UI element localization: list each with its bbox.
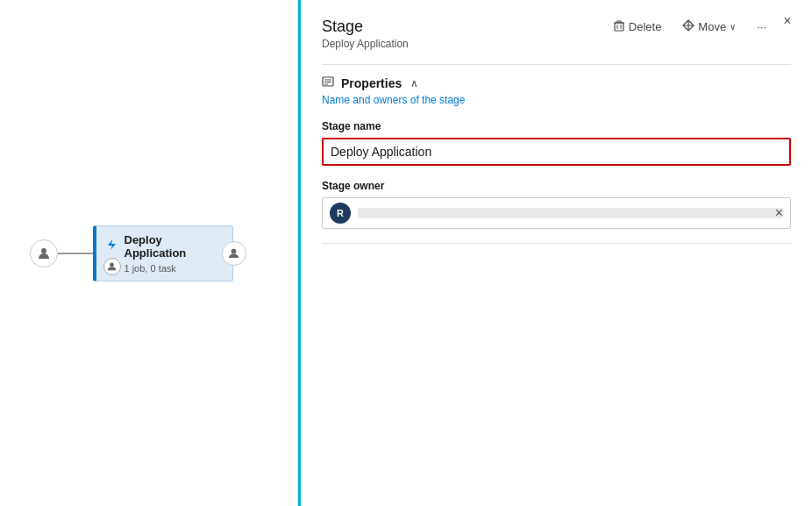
pipeline-diagram: Deploy Application 1 job, 0 task: [30, 225, 233, 282]
section-header: Properties ∧: [322, 75, 791, 90]
stage-owner-label: Stage owner: [322, 180, 791, 192]
svg-point-1: [110, 263, 114, 267]
section-description: Name and owners of the stage: [322, 94, 791, 106]
move-button[interactable]: Move ∨: [679, 18, 739, 36]
properties-icon: [322, 75, 334, 90]
stage-card-title: Deploy Application: [125, 233, 224, 260]
connector-left: [58, 253, 93, 254]
stage-card[interactable]: Deploy Application 1 job, 0 task: [93, 225, 233, 282]
stage-card-subtitle: 1 job, 0 task: [125, 263, 224, 274]
properties-panel: × Stage Deploy Application Delete: [298, 0, 812, 506]
stage-card-person-icon: [103, 258, 121, 275]
more-button[interactable]: ···: [753, 18, 770, 35]
svg-rect-3: [615, 23, 623, 31]
stage-right-person-icon: [222, 241, 246, 266]
stage-name-field-group: Stage name: [322, 120, 791, 166]
panel-breadcrumb: Deploy Application: [322, 38, 791, 50]
close-button[interactable]: ×: [777, 11, 798, 32]
owner-field[interactable]: R ×: [322, 197, 791, 229]
section-title: Properties: [341, 76, 402, 90]
owner-separator: [322, 243, 791, 244]
delete-label: Delete: [629, 20, 662, 33]
section-chevron-icon: ∧: [410, 77, 418, 89]
owner-name-blurred: [358, 208, 783, 218]
move-label: Move: [698, 20, 726, 33]
trigger-person-icon: [30, 239, 58, 267]
move-chevron-icon: ∨: [730, 22, 736, 32]
stage-card-header: Deploy Application: [105, 233, 224, 260]
owner-clear-button[interactable]: ×: [775, 206, 783, 220]
lightning-icon: [105, 239, 118, 253]
svg-point-2: [231, 249, 237, 254]
move-icon: [682, 19, 694, 34]
stage-name-input[interactable]: [322, 138, 791, 166]
owner-avatar-initial: R: [337, 208, 344, 218]
header-divider: [322, 64, 791, 65]
delete-button[interactable]: Delete: [609, 18, 666, 36]
more-label: ···: [757, 20, 766, 33]
owner-avatar: R: [330, 203, 351, 224]
svg-point-0: [41, 248, 46, 253]
pipeline-canvas: Deploy Application 1 job, 0 task: [0, 0, 298, 506]
stage-name-label: Stage name: [322, 120, 791, 132]
panel-toolbar: Delete Move ∨ ···: [609, 18, 770, 36]
stage-owner-field-group: Stage owner R ×: [322, 180, 791, 229]
trash-icon: [613, 19, 625, 34]
